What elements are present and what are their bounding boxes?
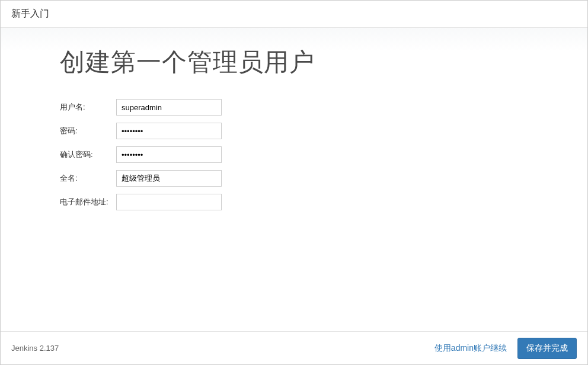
password-input[interactable] — [116, 123, 222, 139]
continue-as-admin-button[interactable]: 使用admin账户继续 — [431, 338, 510, 358]
wizard-header: 新手入门 — [1, 1, 587, 28]
fullname-input[interactable] — [116, 170, 222, 187]
email-label: 电子邮件地址: — [60, 190, 116, 214]
username-label: 用户名: — [60, 95, 116, 119]
footer-actions: 使用admin账户继续 保存并完成 — [431, 338, 577, 359]
username-input[interactable] — [116, 99, 222, 116]
wizard-header-title: 新手入门 — [11, 8, 49, 18]
version-label: Jenkins 2.137 — [11, 344, 59, 353]
email-input[interactable] — [116, 194, 222, 210]
main-content: 创建第一个管理员用户 用户名: 密码: 确认密码: 全名: — [1, 28, 587, 330]
confirm-password-label: 确认密码: — [60, 143, 116, 167]
fullname-label: 全名: — [60, 167, 116, 190]
confirm-password-input[interactable] — [116, 146, 222, 163]
wizard-footer: Jenkins 2.137 使用admin账户继续 保存并完成 — [1, 331, 587, 364]
password-label: 密码: — [60, 119, 116, 143]
page-title: 创建第一个管理员用户 — [60, 46, 528, 79]
save-and-finish-button[interactable]: 保存并完成 — [517, 338, 577, 359]
admin-user-form: 用户名: 密码: 确认密码: 全名: 电子邮件地址: — [60, 95, 222, 214]
